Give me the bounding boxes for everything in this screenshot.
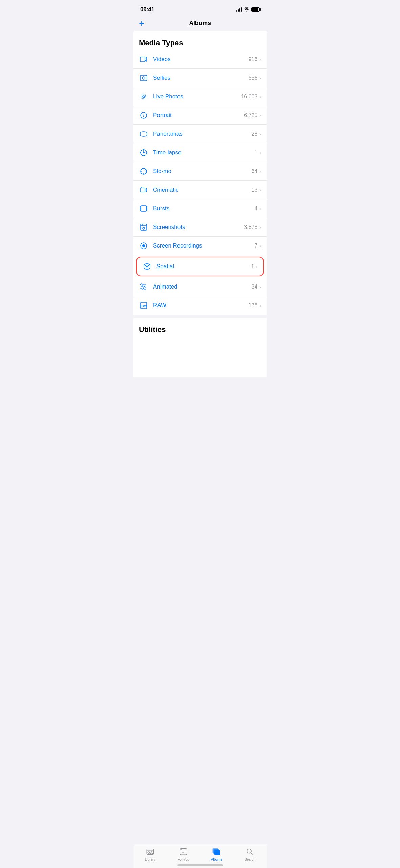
item-count: 13 (252, 187, 258, 193)
item-label: Videos (153, 56, 249, 63)
svg-point-3 (143, 96, 145, 98)
nav-header: + Albums (133, 17, 267, 31)
animated-icon (139, 282, 148, 292)
svg-line-24 (142, 173, 142, 173)
list-item[interactable]: Screenshots 3,878 › (133, 218, 267, 237)
list-item[interactable]: Animated 34 › (133, 278, 267, 296)
svg-point-4 (142, 95, 146, 99)
item-count: 138 (249, 302, 258, 309)
cinematic-icon (139, 185, 148, 195)
item-count: 3,878 (244, 224, 257, 230)
live-photos-icon (139, 92, 148, 101)
content-area: Media Types Videos 916 › (133, 31, 267, 377)
raw-icon: RAW (139, 301, 148, 310)
video-icon (139, 55, 148, 64)
item-count: 916 (249, 56, 258, 62)
portrait-icon: f (139, 111, 148, 120)
chevron-icon: › (259, 75, 261, 81)
item-label: Time-lapse (153, 149, 254, 156)
status-bar: 09:41 (133, 0, 267, 17)
item-count: 1 (251, 263, 254, 270)
item-count: 4 (254, 205, 257, 212)
svg-rect-25 (140, 188, 145, 192)
svg-text:f: f (143, 113, 144, 117)
utilities-title: Utilities (139, 325, 166, 334)
slomo-icon (139, 166, 148, 176)
item-label: Animated (153, 283, 252, 290)
spatial-item-wrapper: Spatial 1 › (133, 255, 267, 278)
list-item[interactable]: f Portrait 6,725 › (133, 106, 267, 125)
add-button[interactable]: + (139, 19, 144, 28)
item-count: 556 (249, 75, 258, 81)
chevron-icon: › (259, 150, 261, 155)
item-count: 1 (254, 150, 257, 156)
svg-rect-0 (140, 57, 145, 62)
screen-recording-icon (139, 241, 148, 251)
list-item[interactable]: Selfies 556 › (133, 69, 267, 87)
svg-line-21 (142, 169, 142, 170)
item-label: Screenshots (153, 224, 244, 231)
panorama-icon (139, 129, 148, 139)
chevron-icon: › (259, 224, 261, 230)
chevron-icon: › (256, 264, 258, 269)
chevron-icon: › (259, 206, 261, 211)
svg-point-2 (142, 77, 145, 79)
item-label: Slo-mo (153, 168, 252, 175)
chevron-icon: › (259, 94, 261, 99)
timelapse-icon (139, 148, 148, 157)
battery-icon (251, 7, 260, 12)
wifi-icon (244, 7, 249, 12)
svg-line-22 (145, 173, 146, 173)
list-item[interactable]: Slo-mo 64 › (133, 162, 267, 181)
item-count: 6,725 (244, 112, 257, 118)
chevron-icon: › (259, 243, 261, 249)
item-label: Live Photos (153, 93, 241, 100)
list-item[interactable]: Bursts 4 › (133, 199, 267, 218)
selfie-icon (139, 73, 148, 83)
status-icons (236, 7, 260, 12)
list-item[interactable]: RAW RAW 138 › (133, 296, 267, 315)
spatial-list-item[interactable]: Spatial 1 › (136, 257, 264, 276)
list-item[interactable]: Screen Recordings 7 › (133, 237, 267, 255)
list-item[interactable]: Panoramas 28 › (133, 125, 267, 143)
signal-icon (236, 7, 242, 12)
chevron-icon: › (259, 113, 261, 118)
svg-rect-28 (146, 206, 147, 211)
item-label: Screen Recordings (153, 242, 254, 249)
list-item[interactable]: Cinematic 13 › (133, 181, 267, 199)
item-label: RAW (153, 302, 249, 309)
media-types-section-header: Media Types (133, 31, 267, 50)
item-label: Panoramas (153, 131, 252, 137)
svg-text:RAW: RAW (141, 304, 147, 308)
svg-point-11 (143, 152, 144, 153)
item-count: 64 (252, 168, 258, 174)
svg-point-30 (143, 227, 145, 229)
item-label: Selfies (153, 75, 249, 81)
list-item[interactable]: Videos 916 › (133, 50, 267, 69)
utilities-section-header: Utilities (133, 315, 267, 337)
status-time: 09:41 (140, 6, 154, 13)
item-label: Bursts (153, 205, 254, 212)
item-count: 34 (252, 284, 258, 290)
item-label: Portrait (153, 112, 244, 119)
chevron-icon: › (259, 169, 261, 174)
scroll-area: Media Types Videos 916 › (133, 31, 267, 377)
list-item[interactable]: Time-lapse 1 › (133, 143, 267, 162)
svg-line-23 (145, 169, 146, 170)
list-item[interactable]: Live Photos 16,003 › (133, 87, 267, 106)
screenshot-icon (139, 222, 148, 232)
svg-point-32 (142, 244, 145, 247)
media-types-title: Media Types (139, 39, 183, 47)
spatial-icon (142, 262, 152, 271)
item-label: Spatial (156, 263, 251, 270)
item-count: 28 (252, 131, 258, 137)
svg-rect-1 (140, 75, 147, 81)
item-count: 7 (254, 243, 257, 249)
svg-rect-27 (140, 206, 141, 211)
item-label: Cinematic (153, 186, 252, 193)
page-title: Albums (189, 20, 211, 27)
chevron-icon: › (259, 131, 261, 137)
chevron-icon: › (259, 303, 261, 308)
svg-rect-26 (141, 206, 146, 211)
item-count: 16,003 (241, 94, 257, 100)
